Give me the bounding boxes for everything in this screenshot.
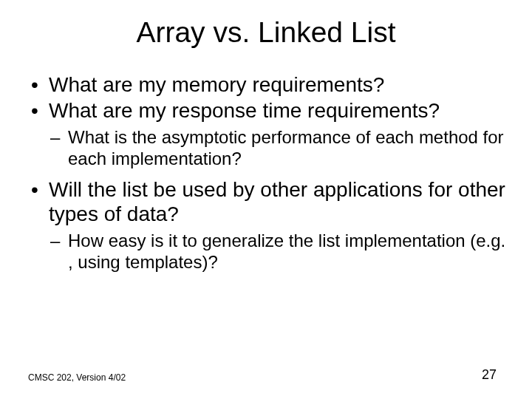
slide-content: What are my memory requirements? What ar… — [22, 72, 510, 273]
bullet-text: What are my memory requirements? — [49, 73, 384, 96]
bullet-text: Will the list be used by other applicati… — [49, 178, 505, 225]
footer-course-info: CMSC 202, Version 4/02 — [28, 372, 126, 383]
sub-bullet-text: What is the asymptotic performance of ea… — [68, 127, 504, 168]
bullet-list-level1: What are my memory requirements? What ar… — [28, 72, 510, 273]
footer-page-number: 27 — [482, 367, 497, 383]
bullet-list-level2: What is the asymptotic performance of ea… — [49, 127, 510, 170]
sub-bullet-item: How easy is it to generalize the list im… — [49, 231, 510, 273]
bullet-text: What are my response time requirements? — [49, 99, 440, 122]
bullet-item: Will the list be used by other applicati… — [28, 177, 510, 273]
sub-bullet-text: How easy is it to generalize the list im… — [68, 231, 505, 272]
bullet-list-level2: How easy is it to generalize the list im… — [49, 231, 510, 273]
bullet-item: What are my response time requirements? … — [28, 98, 510, 170]
slide-title: Array vs. Linked List — [22, 16, 510, 49]
sub-bullet-item: What is the asymptotic performance of ea… — [49, 127, 510, 170]
slide-container: Array vs. Linked List What are my memory… — [0, 0, 532, 399]
bullet-item: What are my memory requirements? — [28, 72, 510, 97]
